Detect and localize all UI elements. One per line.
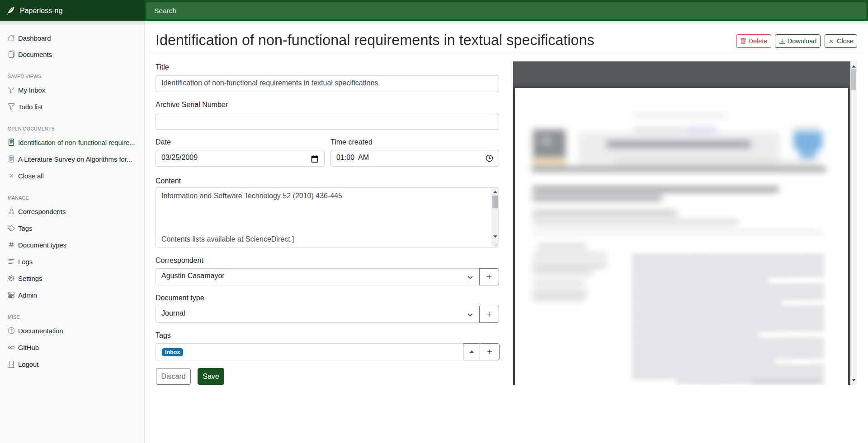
svg-text:?: ? <box>10 328 12 333</box>
